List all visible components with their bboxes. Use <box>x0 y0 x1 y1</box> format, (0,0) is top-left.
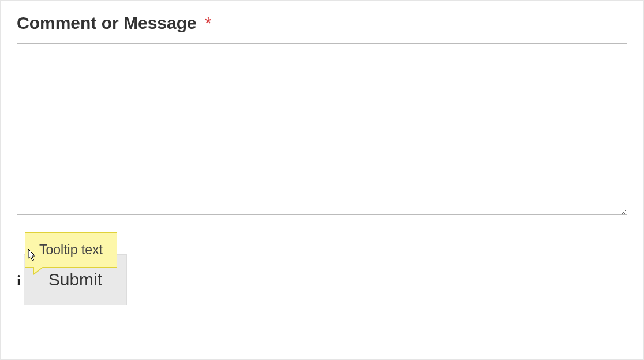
tooltip-bubble: Tooltip text <box>25 232 117 268</box>
field-label-text: Comment or Message <box>17 13 197 32</box>
comment-textarea[interactable] <box>17 43 627 215</box>
required-asterisk: * <box>205 13 212 32</box>
tooltip-container: Tooltip text i <box>17 273 21 288</box>
tooltip-arrow-icon <box>33 267 44 275</box>
info-icon[interactable]: i <box>17 273 21 288</box>
tooltip-text: Tooltip text <box>39 242 103 257</box>
comment-field-label: Comment or Message * <box>17 13 212 33</box>
